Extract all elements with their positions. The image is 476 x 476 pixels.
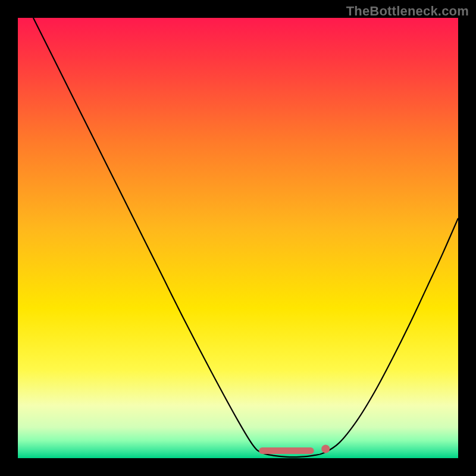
chart-container: TheBottleneck.com (0, 0, 476, 476)
gradient-background (18, 18, 458, 458)
watermark-text: TheBottleneck.com (346, 4, 469, 19)
bottleneck-curve-chart (18, 18, 458, 458)
plot-area (18, 18, 458, 458)
optimal-point-marker (321, 444, 330, 453)
